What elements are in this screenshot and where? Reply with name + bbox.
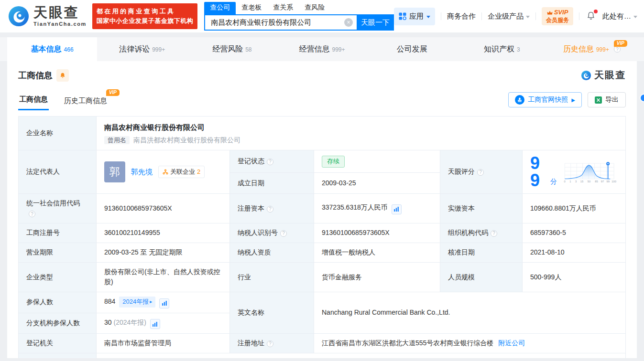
insured-chart-button[interactable]	[159, 298, 169, 308]
logo-swirl-icon	[581, 70, 591, 81]
svg-text:0: 0	[564, 180, 566, 183]
legal-rep-cell: 郭 郭先境 关联企业 2	[97, 150, 230, 193]
apps-menu[interactable]: 应用	[394, 8, 435, 25]
watermark-text: 天眼查	[594, 69, 626, 82]
member-service-label: 会员服务	[546, 17, 569, 24]
field-label-staff-size: 人员规模	[440, 262, 523, 292]
score-unit: 分	[550, 177, 557, 187]
field-label-term: 营业期限	[19, 243, 97, 263]
tianyancha-watermark: 天眼查	[581, 69, 626, 82]
field-label-company-name: 企业名称	[19, 117, 97, 150]
export-button[interactable]: 导出	[588, 92, 626, 107]
business-info-card: 工商信息 天眼查 工商信息 VIP 历史工商信息	[7, 61, 637, 358]
page: 天眼查 TianYanCha.com 都在用的商业查询工具 国家中小企业发展子基…	[0, 0, 644, 361]
tab-count: 999+	[152, 46, 165, 53]
search-tab-company[interactable]: 查公司	[204, 2, 236, 14]
search-button[interactable]: 天眼一下	[357, 14, 394, 31]
help-icon[interactable]: ?	[29, 211, 35, 217]
field-label-reg-status: 登记状态?	[230, 150, 314, 172]
tab-company-development[interactable]: 公司发展	[367, 37, 457, 61]
field-label-paid-capital: 实缴资本	[440, 193, 523, 223]
insured-cell: 8842024年报▸	[97, 292, 230, 313]
english-name-cell: Nanchang Rural Commercial Bank Co.,Ltd.	[314, 292, 626, 334]
subscribe-bell-button[interactable]	[56, 69, 69, 82]
nearby-companies-link[interactable]: 附近公司	[498, 339, 525, 347]
authority-cell: 南昌市市场监督管理局	[97, 334, 230, 353]
help-icon[interactable]: ?	[477, 169, 484, 176]
field-label-english-name: 英文名称	[230, 292, 314, 334]
brand-domain: TianYanCha.com	[33, 21, 87, 27]
svip-label: SVIP	[554, 9, 568, 16]
legal-rep-avatar[interactable]: 郭	[104, 161, 125, 182]
official-snapshot-button[interactable]: 工商官网快照 ▶	[508, 92, 582, 107]
clear-search-icon[interactable]: ×	[344, 18, 353, 27]
legal-rep-link[interactable]: 郭先境	[131, 166, 153, 177]
tab-count: 466	[64, 46, 74, 53]
search-box: × 天眼一下	[204, 14, 394, 31]
help-icon[interactable]: ?	[491, 230, 497, 237]
svg-text:85: 85	[595, 180, 598, 183]
status-badge: 存续	[322, 156, 345, 168]
field-label-org-code: 组织机构代码?	[440, 223, 523, 243]
capital-chart-button[interactable]	[392, 204, 402, 214]
tab-intellectual-property[interactable]: 知识产权 3	[457, 37, 547, 61]
subtab-history-business-info[interactable]: VIP 历史工商信息	[63, 96, 108, 110]
annual-report-badge[interactable]: 2024年报▸	[119, 297, 155, 308]
term-cell: 2009-03-25 至 无固定期限	[97, 243, 230, 263]
help-icon[interactable]: ?	[614, 46, 621, 53]
branch-insured-chart-button[interactable]	[150, 319, 160, 329]
help-icon[interactable]: ?	[280, 230, 287, 237]
help-icon[interactable]: ?	[267, 340, 273, 347]
section-title-row: 工商信息 天眼查	[18, 69, 626, 82]
help-icon[interactable]: ?	[267, 206, 273, 212]
tab-operating-info[interactable]: 经营信息 999+	[277, 37, 367, 61]
related-companies-badge[interactable]: 关联企业 2	[158, 166, 205, 178]
score-value: 99	[530, 155, 546, 189]
former-name: 南昌洪都农村商业银行股份有限公司	[133, 136, 240, 144]
vip-badge: VIP	[106, 89, 120, 96]
score-cell: 99 分	[523, 150, 626, 193]
company-name[interactable]: 南昌农村商业银行股份有限公司	[104, 122, 618, 133]
enterprise-products-menu[interactable]: 企业级产品	[488, 12, 530, 21]
search-tab-risk[interactable]: 查风险	[299, 2, 330, 14]
floating-side-widget[interactable]	[640, 94, 644, 102]
divider	[579, 12, 579, 20]
org-network-icon	[163, 169, 168, 175]
svip-member-button[interactable]: SVIP 会员服务	[542, 7, 573, 25]
establish-date-cell: 2009-03-25	[314, 173, 440, 194]
table-row: 企业名称 南昌农村商业银行股份有限公司 曾用名南昌洪都农村商业银行股份有限公司	[19, 117, 626, 150]
field-label-credit-code: 统一社会信用代码?	[19, 193, 97, 223]
business-coop-link[interactable]: 商务合作	[447, 12, 476, 21]
help-icon[interactable]: ?	[267, 159, 273, 165]
stamp-icon	[515, 95, 524, 105]
tab-operating-risk[interactable]: 经营风险 58	[187, 37, 277, 61]
reg-status-cell: 存续	[314, 150, 440, 172]
tab-count: 3	[517, 46, 520, 53]
search-input[interactable]	[210, 18, 344, 27]
notifications-button[interactable]	[586, 11, 596, 22]
field-label-authority: 登记机关	[19, 334, 97, 353]
promo-line-1: 都在用的商业查询工具	[97, 7, 194, 16]
section-title: 工商信息	[18, 70, 53, 81]
tab-legal[interactable]: 法律诉讼 999+	[97, 37, 187, 61]
search-tab-relation[interactable]: 查关系	[267, 2, 299, 14]
logo-swirl-icon	[8, 5, 30, 27]
score-distribution-chart[interactable]: 0 1 3 15 50 85 97 99 100	[562, 157, 618, 187]
table-row: 企业类型 股份有限公司(非上市、自然人投资或控股) 行业 货币金融服务 人员规模…	[19, 262, 626, 292]
tab-basic-info[interactable]: 基本信息 466	[7, 37, 97, 61]
field-label-branch-insured: 分支机构参保人数	[19, 313, 97, 334]
field-label-approve-date: 核准日期	[440, 243, 523, 263]
apps-grid-icon	[399, 12, 406, 20]
field-label-taxpayer-quality: 纳税人资质	[230, 243, 314, 263]
business-scope-cell: 吸收公众存款；发放短期、中期和长期贷款；办理国内结算；办理票据承兑与贴现；代理发…	[97, 353, 626, 358]
tab-count: 999+	[332, 46, 345, 53]
field-label-reg-capital: 注册资本?	[230, 193, 314, 223]
promo-banner: 都在用的商业查询工具 国家中小企业发展子基金旗下机构	[92, 3, 198, 29]
subtab-business-info[interactable]: 工商信息	[18, 95, 49, 110]
search-tab-boss[interactable]: 查老板	[236, 2, 267, 14]
address-cell: 江西省南昌市东湖区洪都北大道555号农村商业银行综合楼附近公司	[314, 334, 626, 353]
tianyancha-logo[interactable]: 天眼查 TianYanCha.com	[8, 5, 87, 27]
tab-history-info[interactable]: VIP 历史信息 999+ ?	[547, 37, 637, 61]
taxpayer-id-cell: 91360100685973605X	[314, 223, 440, 243]
user-menu[interactable]: 此处有…	[602, 12, 637, 21]
